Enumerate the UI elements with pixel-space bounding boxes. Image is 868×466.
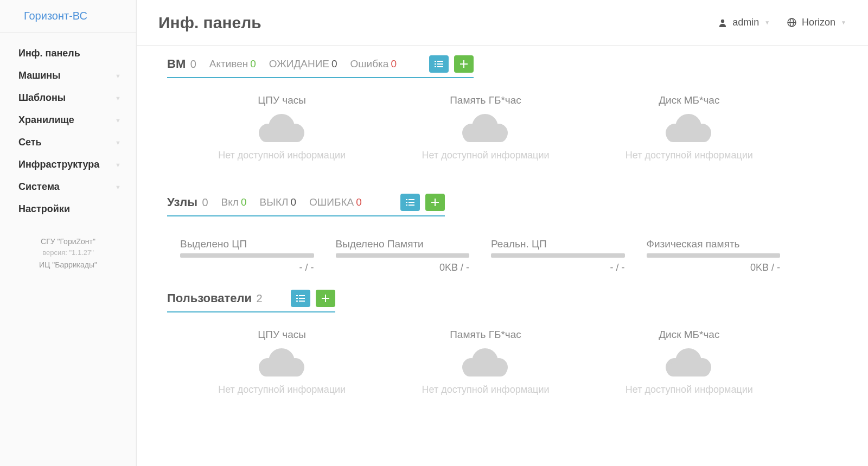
bar-alloc-mem: Выделено Памяти 0KB / - [336, 238, 470, 273]
nav-dashboard[interactable]: Инф. панель [0, 42, 136, 65]
svg-rect-22 [296, 298, 298, 299]
page-title: Инф. панель [158, 14, 261, 32]
svg-rect-27 [322, 298, 329, 299]
nav-label: Настройки [18, 203, 70, 215]
nodes-title[interactable]: Узлы [167, 195, 197, 209]
bar-label: Выделено ЦП [180, 238, 314, 250]
chart-label: ЦПУ часы [180, 329, 384, 341]
cloud-icon [252, 346, 312, 379]
nav-infrastructure[interactable]: Инфраструктура ▼ [0, 154, 136, 176]
svg-rect-23 [299, 298, 305, 299]
vm-add-button[interactable] [454, 55, 474, 73]
progress-track [180, 253, 314, 258]
nav-storage[interactable]: Хранилище ▼ [0, 109, 136, 131]
nodes-list-button[interactable] [400, 194, 420, 211]
svg-rect-4 [435, 61, 436, 62]
vm-header: ВМ 0 Активен0 ОЖИДАНИЕ0 Ошибка0 [167, 55, 474, 78]
cloud-icon [456, 346, 515, 379]
nav-label: Хранилище [18, 114, 74, 126]
svg-rect-14 [406, 202, 407, 203]
cloud-icon [659, 112, 719, 144]
vm-charts: ЦПУ часы Нет доступной информации Память… [167, 94, 791, 161]
nav-system[interactable]: Система ▼ [0, 176, 136, 198]
footer-line: СГУ "ГориZонт" [0, 235, 136, 247]
sidebar: Горизонт-ВС Инф. панель Машины ▼ Шаблоны… [0, 0, 137, 466]
vm-title[interactable]: ВМ [167, 57, 186, 71]
svg-rect-21 [299, 295, 305, 296]
svg-rect-11 [460, 63, 468, 65]
users-chart-disk: Диск МБ*час Нет доступной информации [588, 329, 791, 395]
nodes-stat-on: Вкл0 [221, 196, 247, 208]
plus-icon [322, 295, 329, 302]
nav-templates[interactable]: Шаблоны ▼ [0, 87, 136, 109]
nodes-add-button[interactable] [425, 194, 445, 211]
user-name: admin [732, 17, 759, 28]
svg-rect-24 [296, 301, 298, 302]
topbar: Инф. панель admin ▼ Horizon ▼ [137, 0, 868, 46]
users-title[interactable]: Пользователи [167, 291, 252, 305]
progress-track [491, 253, 625, 258]
footer-version: версия: "1.1.27" [0, 247, 136, 259]
users-chart-cpu: ЦПУ часы Нет доступной информации [180, 329, 384, 395]
bar-value: - / - [180, 262, 314, 273]
chart-label: Диск МБ*час [588, 329, 791, 341]
sidebar-footer: СГУ "ГориZонт" версия: "1.1.27" ИЦ "Барр… [0, 235, 136, 271]
no-info-text: Нет доступной информации [588, 150, 791, 161]
nodes-bars: Выделено ЦП - / - Выделено Памяти 0KB / … [167, 238, 780, 273]
vm-list-button[interactable] [429, 55, 449, 73]
vm-count: 0 [190, 58, 196, 70]
bar-value: 0KB / - [647, 262, 781, 273]
vm-stat-pending: ОЖИДАНИЕ0 [269, 58, 337, 70]
nav-label: Сеть [18, 137, 42, 148]
nodes-count: 0 [202, 196, 208, 208]
svg-rect-6 [435, 63, 436, 65]
users-add-button[interactable] [316, 290, 335, 307]
nav-machines[interactable]: Машины ▼ [0, 65, 136, 87]
svg-rect-9 [437, 66, 443, 67]
nav-network[interactable]: Сеть ▼ [0, 131, 136, 154]
svg-rect-16 [406, 205, 407, 206]
users-count: 2 [256, 292, 262, 304]
svg-rect-8 [435, 66, 436, 67]
nav-settings[interactable]: Настройки [0, 198, 136, 220]
user-menu[interactable]: admin ▼ [718, 17, 770, 28]
users-list-button[interactable] [291, 290, 310, 307]
svg-rect-7 [437, 63, 443, 65]
svg-rect-12 [406, 199, 407, 200]
list-icon [296, 295, 305, 302]
svg-point-0 [721, 19, 724, 22]
nav-label: Система [18, 181, 60, 193]
progress-track [336, 253, 470, 258]
bar-phys-mem: Физическая память 0KB / - [647, 238, 781, 273]
zone-menu[interactable]: Horizon ▼ [787, 17, 846, 28]
chart-label: ЦПУ часы [180, 94, 384, 106]
bar-alloc-cpu: Выделено ЦП - / - [180, 238, 314, 273]
footer-line: ИЦ "Баррикады" [0, 259, 136, 271]
chevron-down-icon: ▼ [841, 20, 846, 25]
brand-logo[interactable]: Горизонт-ВС [0, 0, 136, 33]
no-info-text: Нет доступной информации [588, 384, 791, 395]
chevron-down-icon: ▼ [115, 73, 121, 79]
vm-chart-disk: Диск МБ*час Нет доступной информации [588, 94, 791, 161]
nav-label: Инфраструктура [18, 159, 99, 170]
nav-label: Инф. панель [18, 48, 80, 59]
vm-stat-active: Активен0 [209, 58, 256, 70]
no-info-text: Нет доступной информации [180, 150, 384, 161]
list-icon [435, 61, 443, 67]
bar-label: Выделено Памяти [336, 238, 470, 250]
users-chart-mem: Память ГБ*час Нет доступной информации [384, 329, 587, 395]
vm-stat-error: Ошибка0 [350, 58, 397, 70]
vm-chart-cpu: ЦПУ часы Нет доступной информации [180, 94, 384, 161]
vm-section: ВМ 0 Активен0 ОЖИДАНИЕ0 Ошибка0 [167, 55, 846, 161]
chart-label: Память ГБ*час [384, 329, 587, 341]
bar-label: Физическая память [647, 238, 781, 250]
plus-icon [431, 199, 439, 206]
bar-label: Реальн. ЦП [491, 238, 625, 250]
chart-label: Диск МБ*час [588, 94, 791, 106]
nav-label: Шаблоны [18, 92, 66, 104]
svg-rect-17 [409, 205, 414, 206]
no-info-text: Нет доступной информации [384, 384, 587, 395]
svg-rect-20 [296, 295, 298, 296]
nav-label: Машины [18, 70, 61, 81]
nodes-header: Узлы 0 Вкл0 ВЫКЛ0 ОШИБКА0 [167, 194, 445, 216]
